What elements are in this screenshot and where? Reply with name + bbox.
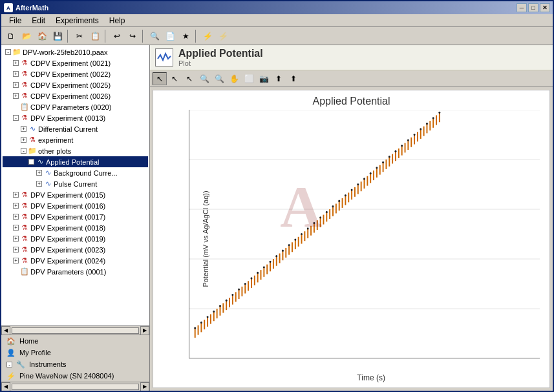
dpv0019-toggle[interactable]: +: [13, 236, 19, 242]
toolbar-sep2: [105, 30, 107, 43]
tree-item-otherplots[interactable]: - 📁 other plots: [3, 145, 148, 156]
dpv0024-toggle[interactable]: +: [13, 258, 19, 263]
x-axis-label: Time (s): [357, 373, 385, 382]
toolbar-disabled: ⚡: [216, 29, 230, 43]
dpv0017-toggle[interactable]: +: [13, 214, 19, 220]
svg-point-131: [407, 139, 409, 141]
plot-tool-rect[interactable]: ⬜: [242, 72, 256, 85]
menu-file[interactable]: File: [4, 15, 27, 26]
tree-item-appliedpot[interactable]: + ∿ Applied Potential: [3, 156, 148, 167]
toolbar-undo[interactable]: ↩: [110, 29, 124, 43]
tree-item-dpv0019[interactable]: + ⚗ DPV Experiment (0019): [3, 233, 148, 244]
toolbar-home[interactable]: 🏠: [35, 29, 49, 43]
nav-myprofile[interactable]: 👤 My Profile: [1, 347, 149, 358]
menu-edit[interactable]: Edit: [27, 15, 50, 26]
tree-item-dpv0015[interactable]: + ⚗ DPV Experiment (0015): [3, 189, 148, 200]
tree-item-dpv0017[interactable]: + ⚗ DPV Experiment (0017): [3, 211, 148, 222]
plot-tool-select[interactable]: ↖: [153, 72, 167, 85]
pulsecurrent-icon: ∿: [43, 180, 52, 189]
nav-pine[interactable]: ⚡ Pine WaveNow (SN 2408004): [1, 370, 149, 382]
menu-help[interactable]: Help: [104, 15, 131, 26]
hscroll-right[interactable]: ▶: [140, 326, 149, 335]
toolbar-search[interactable]: 🔍: [147, 29, 162, 43]
main-content: - 📁 DPV-work-25feb2010.paax + ⚗ CDPV Exp…: [1, 45, 553, 391]
dpv0023-toggle[interactable]: +: [13, 247, 19, 253]
toolbar-star[interactable]: ★: [178, 29, 193, 43]
appliedpot-toggle[interactable]: +: [28, 159, 34, 165]
appliedpot-label: Applied Potential: [46, 158, 100, 166]
toolbar-redo[interactable]: ↪: [125, 29, 140, 43]
tree-item-pulsecurrent[interactable]: + ∿ Pulse Current: [3, 178, 148, 189]
nav-hscroll-right[interactable]: ▶: [140, 382, 149, 391]
toolbar-open[interactable]: 📂: [19, 29, 34, 43]
cdpv0022-toggle[interactable]: +: [13, 71, 19, 77]
cdpv0025-toggle[interactable]: +: [13, 82, 19, 88]
dpv0024-icon: ⚗: [20, 256, 29, 265]
bgcurrent-toggle[interactable]: +: [36, 170, 42, 176]
toolbar-save[interactable]: 💾: [50, 29, 65, 43]
cdpv0026-toggle[interactable]: +: [13, 93, 19, 99]
tree-item-cdpvp0020[interactable]: + 📋 CDPV Parameters (0020): [3, 101, 148, 112]
cdpv0021-toggle[interactable]: +: [13, 60, 19, 66]
plot-tool-right[interactable]: ⬆: [286, 72, 301, 85]
plot-tool-zoom-out[interactable]: 🔍: [212, 72, 226, 85]
toolbar-copy[interactable]: 📋: [88, 29, 102, 43]
tree-item-cdpv0022[interactable]: + ⚗ CDPV Experiment (0022): [3, 68, 148, 79]
tree-item-cdpv0026[interactable]: + ⚗ CDPV Experiment (0026): [3, 90, 148, 101]
plot-tool-pan[interactable]: ✋: [227, 72, 241, 85]
toolbar-doc[interactable]: 📄: [163, 29, 177, 43]
hscroll-left[interactable]: ◀: [1, 326, 10, 335]
maximize-button[interactable]: □: [528, 3, 538, 12]
tree-item-dpv0016[interactable]: + ⚗ DPV Experiment (0016): [3, 200, 148, 211]
otherplots-toggle[interactable]: -: [21, 148, 27, 154]
root-toggle[interactable]: -: [5, 49, 11, 55]
dpv0016-toggle[interactable]: +: [13, 203, 19, 209]
dpv0015-toggle[interactable]: +: [13, 192, 19, 198]
menu-experiments[interactable]: Experiments: [50, 15, 104, 26]
pulsecurrent-toggle[interactable]: +: [36, 181, 42, 187]
nav-hscroll-track[interactable]: [12, 384, 139, 390]
svg-point-125: [370, 172, 372, 174]
instruments-toggle[interactable]: -: [6, 362, 12, 367]
tree-root[interactable]: - 📁 DPV-work-25feb2010.paax: [3, 46, 148, 57]
plot-tool-up[interactable]: ⬆: [272, 72, 286, 85]
nav-hscroll: ◀ ▶: [1, 382, 149, 391]
svg-point-99: [207, 316, 209, 318]
tree-item-dpvp0001[interactable]: + 📋 DPV Parameters (0001): [3, 266, 148, 277]
diffcurrent-toggle[interactable]: +: [21, 126, 27, 132]
hscroll-track[interactable]: [12, 327, 139, 334]
experiment-toggle[interactable]: +: [21, 137, 27, 143]
toolbar-cut[interactable]: ✂: [72, 29, 87, 43]
tree-item-bgcurrent[interactable]: + ∿ Background Curre...: [3, 167, 148, 178]
dpv0018-label: DPV Experiment (0018): [30, 224, 105, 232]
plot-tool-camera[interactable]: 📷: [257, 72, 271, 85]
tree-item-dpv0023[interactable]: + ⚗ DPV Experiment (0023): [3, 244, 148, 255]
dpv0017-icon: ⚗: [20, 212, 29, 222]
toolbar-new[interactable]: 🗋: [4, 29, 18, 43]
minimize-button[interactable]: ─: [517, 3, 527, 12]
plot-title: Applied Potential: [178, 48, 263, 59]
nav-hscroll-left[interactable]: ◀: [1, 382, 10, 391]
dpv0024-label: DPV Experiment (0024): [30, 257, 105, 265]
tree-item-dpv0013[interactable]: - ⚗ DPV Experiment (0013): [3, 112, 148, 123]
tree-item-dpv0024[interactable]: + ⚗ DPV Experiment (0024): [3, 255, 148, 266]
tree-item-cdpv0025[interactable]: + ⚗ CDPV Experiment (0025): [3, 79, 148, 90]
plot-header-icon: [155, 48, 173, 67]
plot-subtitle: Plot: [178, 59, 263, 67]
plot-tool-zoom-in[interactable]: 🔍: [197, 72, 211, 85]
tree-item-dpv0018[interactable]: + ⚗ DPV Experiment (0018): [3, 222, 148, 233]
close-button[interactable]: ✕: [540, 3, 550, 12]
tree-item-experiment[interactable]: + ⚗ experiment: [3, 134, 148, 145]
svg-point-118: [326, 211, 328, 213]
nav-instruments[interactable]: - 🔧 Instruments: [1, 358, 149, 370]
plot-toolbar: ↖ ↖ ↖ 🔍 🔍 ✋ ⬜ 📷 ⬆ ⬆: [150, 70, 553, 87]
plot-tool-select3[interactable]: ↖: [182, 72, 197, 85]
nav-home[interactable]: 🏠 Home: [1, 335, 149, 347]
tree-item-cdpv0021[interactable]: + ⚗ CDPV Experiment (0021): [3, 57, 148, 68]
toolbar-extra[interactable]: ⚡: [200, 29, 215, 43]
dpv0018-toggle[interactable]: +: [13, 225, 19, 231]
tree-item-diffcurrent[interactable]: + ∿ Differential Current: [3, 123, 148, 134]
svg-point-117: [319, 216, 321, 218]
plot-tool-select2[interactable]: ↖: [167, 72, 182, 85]
dpv0013-toggle[interactable]: -: [13, 115, 19, 121]
